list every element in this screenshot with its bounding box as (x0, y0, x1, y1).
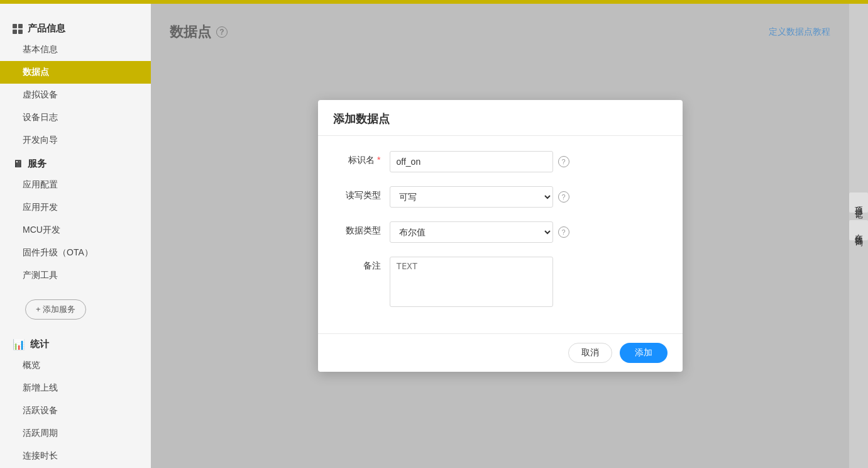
sidebar-item-dev-guide[interactable]: 开发向导 (0, 129, 151, 152)
sidebar-section-product-info-label: 产品信息 (28, 23, 65, 35)
sidebar-item-app-config[interactable]: 应用配置 (0, 174, 151, 196)
sidebar-section-services-label: 服务 (28, 158, 47, 170)
sidebar-item-new-online[interactable]: 新增上线 (0, 377, 151, 399)
sidebar-item-basic-info[interactable]: 基本信息 (0, 38, 151, 61)
remark-textarea[interactable] (390, 257, 553, 307)
readwrite-control-wrap: 只读 可写 读写 ? (390, 186, 667, 208)
datatype-label: 数据类型 (333, 221, 390, 237)
readwrite-help-icon[interactable]: ? (558, 191, 569, 203)
sidebar-section-stats-label: 统计 (30, 338, 49, 350)
datatype-control-wrap: 布尔值 整数型 浮点型 字符串 枚举值 二进制 ? (390, 221, 667, 243)
cancel-button[interactable]: 取消 (568, 343, 612, 363)
sidebar-item-app-dev[interactable]: 应用开发 (0, 196, 151, 219)
dialog-footer: 取消 添加 (318, 333, 683, 372)
dialog-body: 标识名 ? 读写类型 只读 可写 读写 ? (318, 136, 683, 333)
identifier-help-icon[interactable]: ? (558, 156, 569, 167)
form-row-remark: 备注 (333, 257, 667, 307)
form-row-identifier: 标识名 ? (333, 151, 667, 172)
grid-icon (13, 24, 23, 34)
datatype-select[interactable]: 布尔值 整数型 浮点型 字符串 枚举值 二进制 (390, 221, 553, 243)
sidebar-item-overview[interactable]: 概览 (0, 354, 151, 377)
sidebar-item-connect-time[interactable]: 连接时长 (0, 445, 151, 467)
datatype-help-icon[interactable]: ? (558, 226, 569, 238)
main-content: 数据点 ? 定义数据点教程 添加数据点 标识名 ? 读 (151, 4, 849, 468)
sidebar-item-mcu-dev[interactable]: MCU开发 (0, 219, 151, 242)
sidebar-item-virtual-device[interactable]: 虚拟设备 (0, 84, 151, 106)
readwrite-select[interactable]: 只读 可写 读写 (390, 186, 553, 208)
add-service-button[interactable]: + 添加服务 (25, 299, 86, 320)
right-sidebar: 项目登记 在线咨询 (849, 4, 868, 468)
sidebar-section-stats: 📊 统计 (0, 332, 151, 354)
sidebar-item-firmware-upgrade[interactable]: 固件升级（OTA） (0, 242, 151, 264)
readwrite-label: 读写类型 (333, 186, 390, 201)
dialog-overlay: 添加数据点 标识名 ? 读写类型 只读 (151, 4, 849, 468)
dialog-title: 添加数据点 (333, 113, 390, 125)
sidebar-item-device-log[interactable]: 设备日志 (0, 106, 151, 129)
identifier-label: 标识名 (333, 151, 390, 166)
right-tab-online-consult[interactable]: 在线咨询 (849, 220, 868, 240)
sidebar-item-active-devices[interactable]: 活跃设备 (0, 399, 151, 422)
top-bar (0, 0, 868, 4)
dialog-header: 添加数据点 (318, 100, 683, 136)
sidebar-item-data-points[interactable]: 数据点 (0, 61, 151, 84)
chart-icon: 📊 (13, 338, 25, 350)
sidebar-item-active-period[interactable]: 活跃周期 (0, 422, 151, 445)
sidebar-section-services: 🖥 服务 (0, 152, 151, 174)
form-row-datatype: 数据类型 布尔值 整数型 浮点型 字符串 枚举值 二进制 ? (333, 221, 667, 243)
right-tab-project-reg[interactable]: 项目登记 (849, 192, 868, 213)
server-icon: 🖥 (13, 159, 23, 170)
identifier-input[interactable] (390, 151, 553, 172)
remark-control-wrap (390, 257, 667, 307)
form-row-readwrite: 读写类型 只读 可写 读写 ? (333, 186, 667, 208)
add-datapoint-dialog: 添加数据点 标识名 ? 读写类型 只读 (318, 100, 683, 372)
sidebar-item-prod-test[interactable]: 产测工具 (0, 264, 151, 287)
add-button[interactable]: 添加 (620, 343, 667, 363)
identifier-control-wrap: ? (390, 151, 667, 172)
sidebar: 产品信息 基本信息 数据点 虚拟设备 设备日志 开发向导 🖥 服务 应用配置 应… (0, 4, 151, 468)
sidebar-section-product-info: 产品信息 (0, 16, 151, 38)
remark-label: 备注 (333, 257, 390, 272)
